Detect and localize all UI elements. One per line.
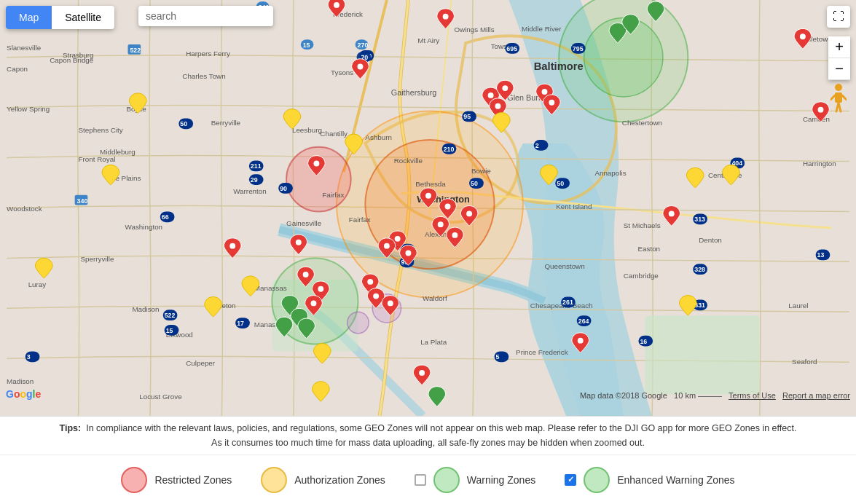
svg-text:795: 795 bbox=[573, 45, 584, 52]
svg-text:50: 50 bbox=[557, 180, 564, 187]
svg-text:Washington: Washington bbox=[125, 223, 163, 231]
svg-text:Annapolis: Annapolis bbox=[594, 169, 626, 177]
svg-text:328: 328 bbox=[694, 266, 705, 273]
svg-text:Harrington: Harrington bbox=[803, 160, 836, 168]
satellite-button[interactable]: Satellite bbox=[52, 6, 114, 29]
svg-text:Manassas: Manassas bbox=[254, 284, 287, 292]
svg-text:Frederick: Frederick bbox=[333, 10, 363, 18]
svg-text:90: 90 bbox=[280, 185, 287, 192]
svg-text:Woodstock: Woodstock bbox=[7, 205, 42, 213]
svg-text:Slanesville: Slanesville bbox=[7, 44, 42, 52]
zoom-out-button[interactable]: − bbox=[828, 58, 850, 80]
svg-point-9 bbox=[372, 294, 401, 323]
authorization-zone-icon bbox=[261, 467, 287, 493]
svg-text:Sperryville: Sperryville bbox=[81, 255, 114, 263]
svg-point-8 bbox=[272, 258, 358, 344]
svg-text:66: 66 bbox=[162, 213, 169, 221]
svg-text:St Michaels: St Michaels bbox=[624, 221, 661, 229]
search-input[interactable] bbox=[146, 10, 266, 22]
warning-checkbox[interactable] bbox=[415, 474, 426, 486]
svg-text:Capon: Capon bbox=[7, 65, 28, 73]
svg-text:261: 261 bbox=[562, 299, 573, 306]
map-attribution: Google bbox=[6, 388, 41, 400]
svg-point-7 bbox=[286, 147, 351, 212]
svg-text:Sealeton: Sealeton bbox=[208, 302, 236, 310]
svg-text:Chestertown: Chestertown bbox=[622, 119, 662, 127]
legend-item-authorization: Authorization Zones bbox=[261, 467, 385, 493]
svg-line-146 bbox=[839, 103, 841, 111]
google-logo: Google bbox=[6, 388, 41, 400]
tips-line2: As it consumes too much time for mass da… bbox=[15, 436, 841, 450]
svg-text:Yellow Spring: Yellow Spring bbox=[7, 105, 50, 113]
svg-text:70: 70 bbox=[361, 54, 368, 61]
svg-point-6 bbox=[584, 18, 663, 97]
svg-text:331: 331 bbox=[694, 302, 705, 309]
svg-text:17: 17 bbox=[237, 320, 244, 327]
svg-text:The Plains: The Plains bbox=[107, 174, 141, 182]
fullscreen-button[interactable]: ⛶ bbox=[827, 6, 850, 28]
svg-text:15: 15 bbox=[166, 327, 173, 334]
tips-line1: Tips: In compliance with the relevant la… bbox=[15, 421, 841, 436]
svg-text:340: 340 bbox=[77, 197, 88, 205]
map-button[interactable]: Map bbox=[6, 6, 52, 29]
svg-rect-144 bbox=[835, 92, 842, 103]
enhanced-checkbox[interactable] bbox=[565, 474, 576, 486]
svg-text:Washington: Washington bbox=[417, 194, 470, 205]
enhanced-label: Enhanced Warning Zones bbox=[617, 474, 734, 486]
svg-text:Middletown: Middletown bbox=[796, 35, 832, 43]
svg-text:13: 13 bbox=[817, 251, 825, 259]
svg-text:Harpers Ferry: Harpers Ferry bbox=[186, 50, 230, 58]
enhanced-zone-icon bbox=[584, 467, 610, 493]
tips-section: Tips: In compliance with the relevant la… bbox=[0, 416, 856, 454]
svg-text:Fairfax: Fairfax bbox=[322, 191, 344, 199]
legend-section: Restricted Zones Authorization Zones War… bbox=[0, 454, 856, 504]
svg-text:La Plata: La Plata bbox=[420, 338, 447, 346]
svg-text:Warrenton: Warrenton bbox=[233, 187, 267, 195]
svg-rect-1 bbox=[645, 315, 760, 394]
svg-text:Cambridge: Cambridge bbox=[624, 272, 659, 280]
svg-text:Bethesda: Bethesda bbox=[415, 180, 446, 188]
terms-link[interactable]: Terms of Use bbox=[729, 391, 776, 400]
map-background: Baltimore Washington Glen Burnie Gaither… bbox=[0, 0, 856, 416]
svg-text:Mt Airy: Mt Airy bbox=[417, 36, 439, 44]
svg-text:Chantilly: Chantilly bbox=[320, 130, 347, 138]
svg-text:270: 270 bbox=[358, 42, 369, 49]
svg-line-148 bbox=[842, 95, 847, 100]
svg-text:Boyce: Boyce bbox=[127, 105, 147, 113]
svg-text:210: 210 bbox=[444, 146, 455, 153]
warning-zone-icon bbox=[433, 467, 460, 493]
map-area: Baltimore Washington Glen Burnie Gaither… bbox=[0, 0, 856, 416]
svg-text:522: 522 bbox=[130, 47, 141, 54]
svg-text:5: 5 bbox=[496, 353, 500, 361]
svg-text:Laurel: Laurel bbox=[788, 302, 808, 310]
street-view-control[interactable] bbox=[831, 84, 847, 117]
svg-text:Middle River: Middle River bbox=[522, 25, 562, 33]
svg-text:3: 3 bbox=[27, 353, 31, 361]
svg-text:Camden: Camden bbox=[803, 115, 830, 123]
svg-text:Ashburn: Ashburn bbox=[365, 133, 392, 141]
search-box bbox=[138, 6, 273, 26]
zoom-in-button[interactable]: + bbox=[828, 36, 850, 58]
authorization-label: Authorization Zones bbox=[294, 474, 385, 486]
zoom-controls: + − bbox=[828, 36, 850, 80]
svg-text:522: 522 bbox=[165, 312, 176, 319]
svg-text:Prince Frederick: Prince Frederick bbox=[516, 348, 568, 356]
svg-text:Madison: Madison bbox=[7, 377, 34, 385]
svg-text:29: 29 bbox=[251, 176, 258, 184]
svg-text:Gaithersburg: Gaithersburg bbox=[391, 88, 437, 97]
app-container: Baltimore Washington Glen Burnie Gaither… bbox=[0, 0, 856, 504]
svg-text:Baltimore: Baltimore bbox=[534, 60, 584, 72]
svg-text:95: 95 bbox=[401, 259, 409, 266]
svg-text:313: 313 bbox=[694, 216, 705, 223]
svg-text:Easton: Easton bbox=[637, 245, 660, 253]
svg-text:Front Royal: Front Royal bbox=[79, 155, 116, 163]
svg-text:Locust Grove: Locust Grove bbox=[139, 393, 182, 401]
svg-text:Manassas: Manassas bbox=[254, 320, 287, 328]
svg-text:Fairfax: Fairfax bbox=[349, 216, 371, 224]
svg-line-147 bbox=[831, 95, 835, 100]
svg-text:Bowie: Bowie bbox=[471, 167, 491, 175]
svg-text:Charles Town: Charles Town bbox=[182, 72, 225, 80]
svg-point-143 bbox=[835, 84, 842, 91]
svg-text:Tysons: Tysons bbox=[331, 68, 353, 76]
report-link[interactable]: Report a map error bbox=[782, 391, 850, 400]
